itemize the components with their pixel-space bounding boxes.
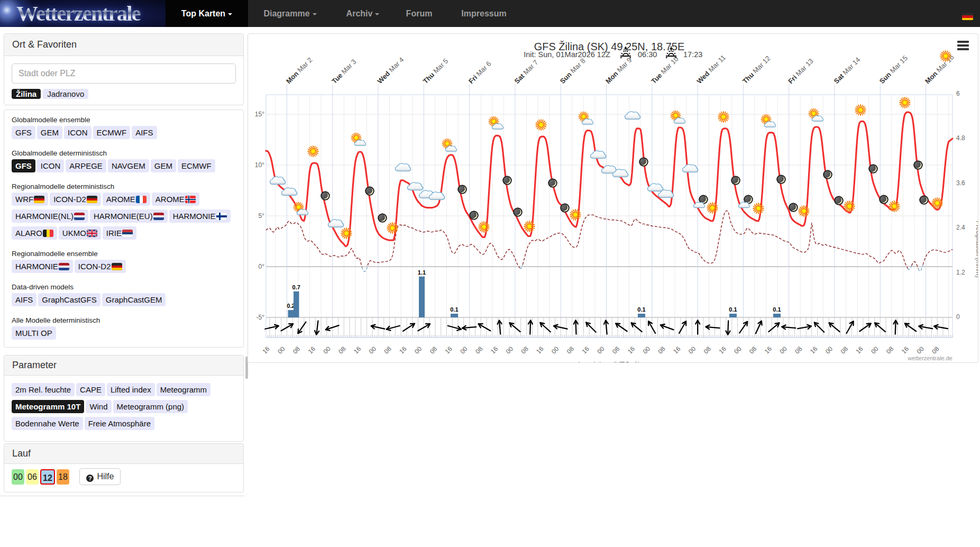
svg-text:5°: 5°: [259, 212, 265, 220]
svg-text:0.1: 0.1: [450, 306, 458, 313]
svg-text:wetterzentrale.de: wetterzentrale.de: [908, 355, 952, 361]
svg-text:00: 00: [368, 345, 378, 355]
svg-text:Tue Mar 3: Tue Mar 3: [330, 58, 358, 85]
svg-text:1.1: 1.1: [418, 269, 426, 276]
svg-text:Fri Mar 6: Fri Mar 6: [467, 60, 492, 85]
svg-text:08: 08: [565, 345, 576, 355]
svg-text:10°: 10°: [255, 161, 264, 169]
svg-text:Fri Mar 13: Fri Mar 13: [786, 57, 815, 86]
svg-text:0.1: 0.1: [637, 306, 645, 313]
svg-text:Sun Mar 15: Sun Mar 15: [878, 54, 909, 85]
svg-text:00: 00: [322, 345, 332, 355]
svg-text:16: 16: [900, 345, 911, 355]
svg-text:08: 08: [337, 345, 347, 355]
svg-text:16: 16: [307, 345, 317, 355]
svg-text:08: 08: [474, 345, 484, 355]
svg-text:08: 08: [611, 345, 621, 355]
svg-text:16: 16: [763, 345, 774, 355]
svg-text:00: 00: [778, 345, 789, 355]
svg-text:16: 16: [398, 345, 408, 355]
svg-text:0.7: 0.7: [292, 284, 300, 290]
svg-text:Init: Sun, 01Mar2026 12Z: Init: Sun, 01Mar2026 12Z: [524, 50, 610, 59]
svg-text:00: 00: [505, 345, 515, 355]
svg-text:08: 08: [930, 345, 941, 355]
svg-text:16: 16: [809, 345, 819, 355]
svg-text:17:23: 17:23: [683, 50, 702, 59]
svg-text:Sat Mar 14: Sat Mar 14: [832, 56, 862, 85]
svg-text:00: 00: [276, 345, 287, 355]
svg-text:00: 00: [915, 345, 926, 355]
svg-text:08: 08: [291, 345, 302, 355]
svg-text:15°: 15°: [255, 111, 264, 118]
svg-text:Mon Mar 9: Mon Mar 9: [604, 56, 634, 86]
svg-text:08: 08: [383, 345, 393, 355]
svg-text:00: 00: [596, 345, 606, 355]
svg-text:00: 00: [413, 345, 424, 355]
svg-text:0.1: 0.1: [773, 306, 781, 313]
svg-text:16: 16: [261, 345, 271, 355]
svg-text:00: 00: [824, 345, 835, 355]
svg-text:-5°: -5°: [257, 314, 265, 321]
svg-text:2.4: 2.4: [956, 224, 965, 231]
svg-text:00: 00: [732, 345, 743, 355]
svg-text:16: 16: [626, 345, 637, 355]
svg-text:08: 08: [519, 345, 530, 355]
svg-text:Sun Mar 8: Sun Mar 8: [558, 57, 587, 85]
svg-text:Mon Mar 2: Mon Mar 2: [285, 56, 314, 86]
svg-text:00: 00: [869, 345, 880, 355]
svg-text:6: 6: [956, 90, 960, 97]
svg-text:16: 16: [581, 345, 591, 355]
svg-text:Wed Mar 4: Wed Mar 4: [376, 56, 406, 85]
svg-text:08: 08: [656, 345, 667, 355]
svg-text:08: 08: [839, 345, 850, 355]
svg-text:0: 0: [956, 313, 960, 321]
svg-text:00: 00: [459, 345, 469, 355]
svg-text:08: 08: [702, 345, 713, 355]
svg-text:08: 08: [748, 345, 758, 355]
svg-text:16: 16: [672, 345, 682, 355]
svg-text:Thu Mar 5: Thu Mar 5: [422, 57, 450, 86]
svg-text:16: 16: [717, 345, 728, 355]
svg-text:00: 00: [550, 345, 561, 355]
svg-text:00: 00: [687, 345, 698, 355]
svg-text:08: 08: [793, 345, 804, 355]
svg-text:Precipitation (mm/h): Precipitation (mm/h): [975, 221, 978, 277]
svg-text:16: 16: [535, 345, 545, 355]
svg-text:Sat Mar 7: Sat Mar 7: [512, 58, 539, 85]
svg-text:Local time (UTC+1): Local time (UTC+1): [578, 360, 640, 363]
svg-text:08: 08: [885, 345, 895, 355]
svg-text:Tue Mar 10: Tue Mar 10: [649, 55, 680, 85]
svg-text:16: 16: [854, 345, 865, 355]
svg-text:4.8: 4.8: [956, 134, 965, 142]
svg-text:00: 00: [642, 345, 652, 355]
svg-text:3.6: 3.6: [956, 179, 965, 187]
svg-text:0°: 0°: [259, 263, 265, 270]
svg-text:16: 16: [489, 345, 500, 355]
svg-text:08: 08: [428, 345, 439, 355]
svg-text:16: 16: [444, 345, 454, 355]
svg-text:1.2: 1.2: [956, 269, 965, 276]
svg-text:0.1: 0.1: [729, 306, 737, 313]
svg-text:Thu Mar 12: Thu Mar 12: [741, 54, 772, 85]
svg-text:06:30: 06:30: [638, 50, 657, 59]
svg-text:16: 16: [352, 345, 363, 355]
